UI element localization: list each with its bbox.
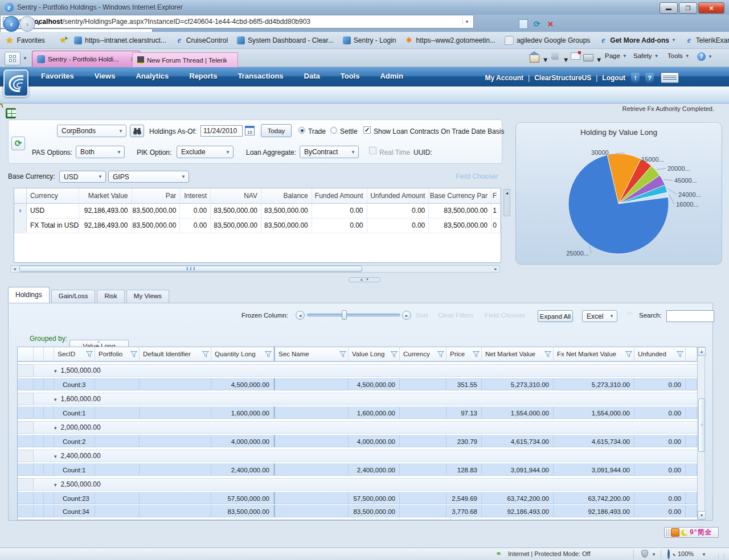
nav-tools[interactable]: Tools	[341, 72, 360, 80]
my-account-link[interactable]: My Account	[485, 74, 524, 82]
summary-row[interactable]: ›USD92,186,493.0083,500,000.000.0083,500…	[14, 204, 501, 219]
field-chooser-link[interactable]: Field Chooser	[485, 312, 526, 319]
stop-button[interactable]: ✕	[543, 17, 558, 31]
logout-link[interactable]: Logout	[602, 74, 625, 82]
back-button[interactable]: ‹	[3, 16, 19, 32]
gips-dropdown[interactable]: GIPS▼	[108, 171, 189, 183]
page-menu[interactable]: Page▼	[605, 52, 627, 59]
group-header[interactable]: ▾1,600,000.00	[34, 393, 697, 405]
smartscreen-shield-icon[interactable]	[641, 550, 648, 558]
scroll-left-icon[interactable]: ◄	[11, 267, 18, 271]
summary-row[interactable]: Count:12,400,000.002,400,000.00128.833,0…	[18, 463, 697, 476]
home-chevron-icon[interactable]: ▼	[542, 56, 548, 63]
filter-icon[interactable]	[391, 351, 398, 357]
minimize-button[interactable]: ▬	[660, 2, 678, 14]
summary-col-f[interactable]: F	[492, 188, 501, 204]
nav-favorites[interactable]: Favorites	[41, 72, 74, 80]
read-mail-button[interactable]	[571, 52, 580, 60]
column-header-fx-net-market-value[interactable]: Fx Net Market Value	[554, 347, 634, 362]
column-header-default-identifier[interactable]: Default Identifier	[140, 347, 211, 362]
collapse-icon[interactable]: ▾	[54, 454, 57, 459]
safety-menu[interactable]: Safety▼	[633, 52, 659, 59]
asof-date-input[interactable]: 11/24/2010	[200, 125, 243, 137]
frozen-slider-track[interactable]	[307, 314, 400, 316]
frozen-slider-thumb[interactable]	[342, 310, 347, 320]
forward-button[interactable]: ›	[19, 16, 35, 32]
group-row[interactable]: ▾2,400,000.00	[18, 450, 697, 462]
field-chooser-link-top[interactable]: Field Chooser	[456, 172, 498, 180]
print-chevron-icon[interactable]: ▼	[596, 56, 602, 63]
holdings-vscrollbar[interactable]: ▲ ≡ ▼	[697, 347, 705, 520]
tab-my-views[interactable]: My Views	[126, 290, 169, 303]
favorite-get-more-add-ons[interactable]: eGet More Add-ons▼	[599, 36, 675, 44]
pas-options-dropdown[interactable]: Both▼	[76, 146, 125, 158]
nav-reports[interactable]: Reports	[189, 72, 217, 80]
panel-toggle-icon[interactable]	[661, 72, 679, 83]
feeds-chevron-icon[interactable]: ▼	[563, 56, 569, 63]
compatibility-view-button[interactable]	[516, 17, 530, 31]
scroll-up-icon[interactable]: ▲	[698, 347, 706, 356]
portfolio-search-button[interactable]	[130, 125, 144, 137]
scrollbar-thumb[interactable]: ❚❚❚	[19, 266, 362, 272]
loan-aggregate-dropdown[interactable]: ByContract▼	[300, 146, 359, 158]
favorites-label[interactable]: Favorites	[17, 36, 44, 44]
summary-hscrollbar[interactable]: ◄ ❚❚❚ ►	[10, 265, 500, 273]
ime-grip[interactable]	[666, 529, 669, 536]
group-header[interactable]: ▾2,400,000.00	[34, 450, 697, 462]
tools-menu[interactable]: Tools▼	[667, 52, 690, 59]
filter-icon[interactable]	[339, 351, 346, 357]
ime-status-text[interactable]: 9°简全	[690, 528, 712, 537]
summary-col-market-value[interactable]: Market Value	[79, 188, 132, 204]
quick-tabs-button[interactable]	[5, 52, 21, 65]
group-header[interactable]: ▾1,500,000.00	[34, 364, 697, 377]
nav-admin[interactable]: Admin	[380, 72, 403, 80]
maximize-button[interactable]: ❐	[679, 2, 697, 14]
filter-icon[interactable]	[473, 351, 480, 357]
favorite-cruisecontrol[interactable]: eCruiseControl	[175, 36, 228, 44]
expand-all-button[interactable]: Expand All	[538, 310, 573, 322]
summary-row[interactable]: Count:2357,500,000.0057,500,000.002,549.…	[18, 492, 697, 504]
today-button[interactable]: Today	[261, 124, 292, 137]
summary-col-par[interactable]: Par	[132, 188, 181, 204]
total-row[interactable]: Count:3483,500,000.0083,500,000.003,770.…	[18, 505, 697, 517]
smartscreen-chevron-icon[interactable]: ▼	[652, 552, 656, 557]
sort-link[interactable]: Sort	[416, 312, 428, 319]
favorite-telerikexample[interactable]: eTelerikExample	[685, 36, 729, 44]
favorite-system-dashboard-clear[interactable]: System Dashboard - Clear...	[237, 36, 334, 44]
feeds-button[interactable]	[551, 52, 559, 60]
column-header-portfolio[interactable]: Portfolio	[95, 347, 140, 362]
window-titlebar[interactable]: e Sentry - Portfolio Holdings - Windows …	[0, 0, 729, 15]
summary-col-unfunded-amount[interactable]: Unfunded Amount	[367, 188, 429, 204]
favorites-star-icon[interactable]: ★	[6, 35, 13, 46]
column-header-unfunded[interactable]: Unfunded	[634, 347, 686, 362]
column-header-price[interactable]: Price	[447, 347, 482, 362]
group-row[interactable]: ▾1,600,000.00	[18, 393, 697, 405]
frozen-slider-right-icon[interactable]: ►	[402, 311, 411, 320]
ime-input-mode-icon[interactable]	[671, 528, 679, 537]
group-row[interactable]: ▾2,000,000.00	[18, 421, 697, 434]
url-field[interactable]: http://localhost/sentry/HoldingsPage.asp…	[0, 15, 474, 28]
summary-row[interactable]: Count:34,500,000.004,500,000.00351.555,2…	[18, 378, 697, 390]
browser-tab-active[interactable]: Sentry - Portfolio Holdi... ✕	[32, 51, 140, 67]
favorite-https-intranet-clearstruct[interactable]: https--intranet.clearstruct...	[74, 36, 166, 44]
summary-row[interactable]: Count:24,000,000.004,000,000.00230.794,6…	[18, 435, 697, 447]
url-dropdown-icon[interactable]: ▼	[462, 19, 471, 24]
trade-radio[interactable]	[298, 127, 305, 134]
column-header-secid[interactable]: SecID	[54, 347, 95, 362]
group-header[interactable]: ▾2,500,000.00	[34, 478, 697, 491]
group-row[interactable]: ▾1,500,000.00	[18, 364, 697, 377]
column-header-currency[interactable]: Currency	[400, 347, 447, 362]
column-header-sec-name[interactable]: Sec Name	[274, 347, 349, 362]
tab-holdings[interactable]: Holdings	[8, 287, 50, 303]
pane-splitter-strip[interactable]: ◂	[503, 189, 510, 216]
help-badge-icon[interactable]: ?	[645, 73, 654, 83]
summary-col-funded-amount[interactable]: Funded Amount	[312, 188, 367, 204]
close-button[interactable]: ✕	[698, 2, 724, 14]
tab-risk[interactable]: Risk	[97, 290, 124, 303]
zoom-chevron-icon[interactable]: ▼	[702, 552, 706, 557]
pane-splitter[interactable]: ▲▼	[349, 277, 380, 282]
print-button[interactable]	[583, 52, 593, 61]
summary-col-base-currency-par[interactable]: Base Currency Par	[429, 188, 492, 204]
real-time-checkbox[interactable]	[369, 147, 376, 154]
resize-grip[interactable]: ⋮⋮	[716, 553, 727, 559]
